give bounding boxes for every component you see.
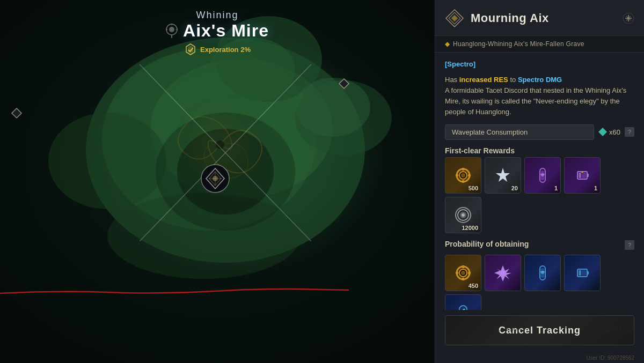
svg-point-26 [169, 27, 174, 32]
cancel-tracking-section: Cancel Tracking [435, 310, 644, 354]
svg-rect-76 [587, 271, 589, 275]
map-marker-small-2[interactable] [338, 78, 350, 90]
first-clear-section: First-clear Rewards [445, 146, 634, 233]
waveplate-cost-value: x60 [609, 128, 620, 136]
map-subtitle: Whining [0, 10, 435, 21]
svg-rect-55 [587, 174, 589, 177]
reward-item-2: 20 [485, 157, 521, 194]
svg-rect-57 [582, 173, 586, 178]
type-badge: [Spectro] [445, 60, 634, 68]
info-title: Mourning Aix [471, 11, 616, 25]
boss-marker-icon[interactable] [201, 164, 230, 193]
prob-icon-4 [565, 255, 600, 291]
svg-rect-45 [462, 180, 464, 183]
location-marker-icon [166, 24, 178, 39]
prob-item-5 [445, 294, 481, 310]
reward-count-5: 12000 [462, 225, 478, 231]
svg-point-43 [461, 173, 465, 177]
prob-item-2 [485, 255, 521, 291]
map-marker-small-1[interactable] [11, 107, 23, 119]
first-clear-rewards-grid: 500 20 [445, 157, 634, 233]
svg-rect-78 [582, 270, 586, 276]
svg-rect-77 [579, 270, 581, 276]
waveplate-label: Waveplate Consumption [445, 124, 594, 140]
desc-res-highlight: increased RES [459, 76, 508, 84]
reward-count-4: 1 [594, 185, 597, 191]
desc-to: to [510, 76, 517, 84]
exploration-text: Exploration 2% [200, 46, 251, 54]
probability-rewards-grid: 450 [445, 255, 634, 310]
svg-point-65 [461, 271, 465, 275]
crosshair-lines [140, 64, 311, 241]
svg-rect-74 [540, 271, 545, 272]
reward-item-5: 12000 [445, 197, 481, 233]
svg-point-70 [501, 271, 505, 275]
svg-rect-56 [579, 173, 581, 178]
desc-body: A formidable Tacet Discord that nested i… [445, 86, 626, 116]
svg-rect-66 [462, 265, 464, 268]
info-content: [Spectro] Has increased RES to Spectro D… [435, 53, 644, 310]
close-icon[interactable] [623, 12, 634, 24]
prob-count-1: 450 [469, 283, 478, 289]
probability-section: Probability of obtaining ? [445, 240, 634, 310]
cancel-tracking-button[interactable]: Cancel Tracking [445, 315, 634, 345]
svg-line-14 [225, 64, 311, 153]
probability-header: Probability of obtaining ? [445, 240, 634, 250]
first-clear-title: First-clear Rewards [445, 146, 634, 155]
map-panel: Whining Aix's Mire Exploration 2% [0, 0, 435, 363]
map-main-title: Aix's Mire [183, 21, 269, 41]
prob-icon-5 [445, 295, 481, 310]
location-bar: ◆ Huanglong-Whining Aix's Mire-Fallen Gr… [435, 36, 644, 53]
svg-point-62 [462, 213, 465, 217]
exploration-hex-icon [184, 43, 197, 56]
map-path-line [0, 272, 349, 304]
reward-count-1: 500 [469, 185, 478, 191]
description-text: Has increased RES to Spectro DMG A formi… [445, 75, 634, 118]
user-id-text: User ID: 900728562 [435, 354, 644, 363]
waveplate-gem-icon [598, 128, 607, 136]
desc-dmg-highlight: Spectro DMG [518, 76, 562, 84]
svg-line-16 [225, 153, 311, 241]
map-title-area: Whining Aix's Mire Exploration 2% [0, 10, 435, 56]
desc-has: Has [445, 76, 459, 84]
waveplate-row: Waveplate Consumption x60 ? [445, 124, 634, 140]
svg-rect-69 [468, 272, 471, 274]
reward-count-3: 1 [554, 185, 558, 191]
probability-title: Probability of obtaining [445, 240, 529, 248]
prob-item-3 [524, 255, 561, 291]
prob-item-4 [564, 255, 601, 291]
reward-item-1: 500 [445, 157, 481, 194]
reward-item-4: 1 [564, 157, 601, 194]
boss-diamond-icon [445, 9, 464, 28]
svg-rect-47 [468, 174, 471, 176]
svg-rect-68 [456, 272, 458, 274]
waveplate-help-button[interactable]: ? [625, 127, 634, 137]
prob-item-1: 450 [445, 255, 481, 291]
reward-count-2: 20 [511, 185, 518, 191]
svg-rect-67 [462, 278, 464, 280]
svg-rect-44 [462, 168, 464, 171]
svg-rect-58 [581, 172, 583, 173]
svg-marker-23 [12, 108, 21, 118]
waveplate-cost: x60 [598, 128, 620, 136]
reward-item-3: 1 [524, 157, 561, 194]
svg-rect-53 [540, 174, 545, 175]
prob-icon-3 [525, 255, 560, 291]
svg-marker-48 [496, 168, 510, 182]
info-panel: Mourning Aix ◆ Huanglong-Whining Aix's M… [435, 0, 644, 363]
location-text: Huanglong-Whining Aix's Mire-Fallen Grav… [453, 40, 584, 48]
info-header: Mourning Aix [435, 0, 644, 36]
svg-marker-24 [339, 79, 349, 88]
probability-help-button[interactable]: ? [625, 240, 634, 250]
prob-icon-2 [485, 255, 521, 291]
svg-rect-46 [456, 174, 458, 176]
location-pin-icon: ◆ [445, 40, 450, 48]
svg-line-13 [140, 64, 225, 153]
